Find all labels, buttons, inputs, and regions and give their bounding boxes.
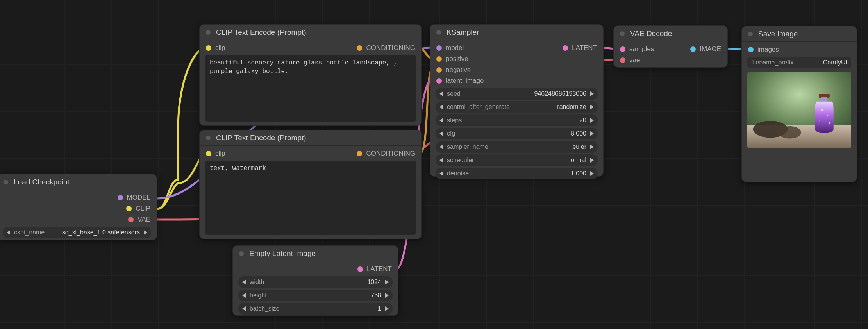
chevron-right-icon[interactable] <box>385 293 389 298</box>
svg-point-3 <box>778 126 801 139</box>
node-empty-latent-image[interactable]: Empty Latent Image LATENT width1024 heig… <box>232 245 398 316</box>
output-image[interactable]: IMAGE <box>690 45 721 53</box>
node-clip-text-encode-negative[interactable]: CLIP Text Encode (Prompt) clip CONDITION… <box>199 130 422 239</box>
node-title: Load Checkpoint <box>14 178 70 186</box>
output-clip[interactable]: CLIP <box>126 205 150 213</box>
widget-denoise[interactable]: denoise1.000 <box>436 168 598 179</box>
node-save-image[interactable]: Save Image images filename_prefix ComfyU… <box>741 26 857 182</box>
input-images[interactable]: images <box>748 46 779 54</box>
node-ksampler[interactable]: KSampler model LATENT positive negative … <box>430 24 604 177</box>
port-icon[interactable] <box>128 217 134 222</box>
chevron-right-icon[interactable] <box>590 91 594 96</box>
chevron-left-icon[interactable] <box>242 280 246 284</box>
port-icon[interactable] <box>748 47 754 52</box>
node-title: VAE Decode <box>630 29 672 38</box>
collapse-dot-icon[interactable] <box>436 30 441 35</box>
widget-scheduler[interactable]: schedulernormal <box>436 154 598 166</box>
widget-control-after-generate[interactable]: control_after_generaterandomize <box>436 101 598 113</box>
chevron-left-icon[interactable] <box>439 145 443 149</box>
node-header[interactable]: Save Image <box>742 26 857 42</box>
chevron-left-icon[interactable] <box>7 230 10 235</box>
port-icon[interactable] <box>563 45 568 51</box>
chevron-right-icon[interactable] <box>590 105 594 109</box>
port-icon[interactable] <box>206 151 211 156</box>
widget-seed[interactable]: seed946248686193006 <box>436 88 598 100</box>
widget-sampler-name[interactable]: sampler_nameeuler <box>436 141 598 153</box>
node-header[interactable]: Load Checkpoint <box>0 174 157 190</box>
widget-batch-size[interactable]: batch_size1 <box>238 303 393 315</box>
chevron-right-icon[interactable] <box>590 158 594 163</box>
prompt-text-input[interactable]: beautiful scenery nature glass bottle la… <box>205 55 416 122</box>
chevron-left-icon[interactable] <box>439 131 443 136</box>
input-clip[interactable]: clip <box>206 44 225 52</box>
chevron-left-icon[interactable] <box>439 91 443 96</box>
chevron-right-icon[interactable] <box>144 230 147 235</box>
port-icon[interactable] <box>357 151 362 156</box>
node-title: KSampler <box>447 28 479 37</box>
port-icon[interactable] <box>436 67 442 73</box>
output-model[interactable]: MODEL <box>118 194 150 202</box>
output-latent[interactable]: LATENT <box>357 265 392 273</box>
svg-point-9 <box>829 122 830 124</box>
input-positive[interactable]: positive <box>436 55 468 63</box>
widget-steps[interactable]: steps20 <box>436 114 598 126</box>
port-icon[interactable] <box>118 195 123 200</box>
input-clip[interactable]: clip <box>206 150 225 157</box>
svg-point-7 <box>827 115 828 116</box>
collapse-dot-icon[interactable] <box>239 251 244 256</box>
chevron-right-icon[interactable] <box>590 145 594 149</box>
node-header[interactable]: VAE Decode <box>614 26 727 41</box>
port-icon[interactable] <box>357 266 363 272</box>
svg-rect-5 <box>821 97 827 102</box>
input-model[interactable]: model <box>436 44 464 52</box>
output-latent[interactable]: LATENT <box>563 44 597 52</box>
chevron-left-icon[interactable] <box>439 158 443 163</box>
chevron-left-icon[interactable] <box>439 171 443 176</box>
chevron-right-icon[interactable] <box>590 171 594 176</box>
widget-width[interactable]: width1024 <box>238 276 393 288</box>
chevron-left-icon[interactable] <box>439 118 443 123</box>
port-icon[interactable] <box>126 206 132 211</box>
port-icon[interactable] <box>357 45 362 51</box>
node-header[interactable]: Empty Latent Image <box>233 246 398 261</box>
prompt-text-input[interactable]: text, watermark <box>205 161 416 235</box>
node-vae-decode[interactable]: VAE Decode samples IMAGE vae <box>613 25 728 68</box>
input-vae[interactable]: vae <box>620 56 640 64</box>
collapse-dot-icon[interactable] <box>206 30 211 35</box>
output-conditioning[interactable]: CONDITIONING <box>357 44 415 52</box>
node-title: CLIP Text Encode (Prompt) <box>216 28 306 37</box>
port-icon[interactable] <box>206 45 211 51</box>
collapse-dot-icon[interactable] <box>748 32 753 36</box>
collapse-dot-icon[interactable] <box>206 136 211 140</box>
port-icon[interactable] <box>620 46 625 52</box>
output-vae[interactable]: VAE <box>128 216 150 224</box>
port-icon[interactable] <box>620 57 625 63</box>
chevron-left-icon[interactable] <box>242 293 246 298</box>
port-icon[interactable] <box>436 56 442 62</box>
chevron-left-icon[interactable] <box>439 105 443 109</box>
chevron-right-icon[interactable] <box>590 131 594 136</box>
collapse-dot-icon[interactable] <box>620 31 625 36</box>
node-header[interactable]: CLIP Text Encode (Prompt) <box>200 130 421 146</box>
input-samples[interactable]: samples <box>620 45 654 53</box>
widget-filename-prefix[interactable]: filename_prefix ComfyUI <box>747 57 851 68</box>
node-clip-text-encode-positive[interactable]: CLIP Text Encode (Prompt) clip CONDITION… <box>199 24 422 126</box>
chevron-left-icon[interactable] <box>242 306 246 311</box>
collapse-dot-icon[interactable] <box>4 180 8 184</box>
widget-cfg[interactable]: cfg8.000 <box>436 128 598 139</box>
input-negative[interactable]: negative <box>436 66 471 74</box>
output-conditioning[interactable]: CONDITIONING <box>357 150 415 157</box>
chevron-right-icon[interactable] <box>590 118 594 123</box>
node-header[interactable]: CLIP Text Encode (Prompt) <box>200 25 421 40</box>
node-load-checkpoint[interactable]: Load Checkpoint MODEL CLIP VAE ckpt_name… <box>0 174 157 240</box>
widget-height[interactable]: height768 <box>238 290 393 301</box>
port-icon[interactable] <box>436 45 442 51</box>
input-latent-image[interactable]: latent_image <box>436 77 484 85</box>
chevron-right-icon[interactable] <box>385 306 389 311</box>
port-icon[interactable] <box>690 46 696 52</box>
chevron-right-icon[interactable] <box>385 280 389 284</box>
node-title: Empty Latent Image <box>249 249 316 258</box>
node-header[interactable]: KSampler <box>430 25 603 40</box>
widget-ckpt-name[interactable]: ckpt_name sd_xl_base_1.0.safetensors <box>3 227 151 238</box>
port-icon[interactable] <box>436 78 442 84</box>
